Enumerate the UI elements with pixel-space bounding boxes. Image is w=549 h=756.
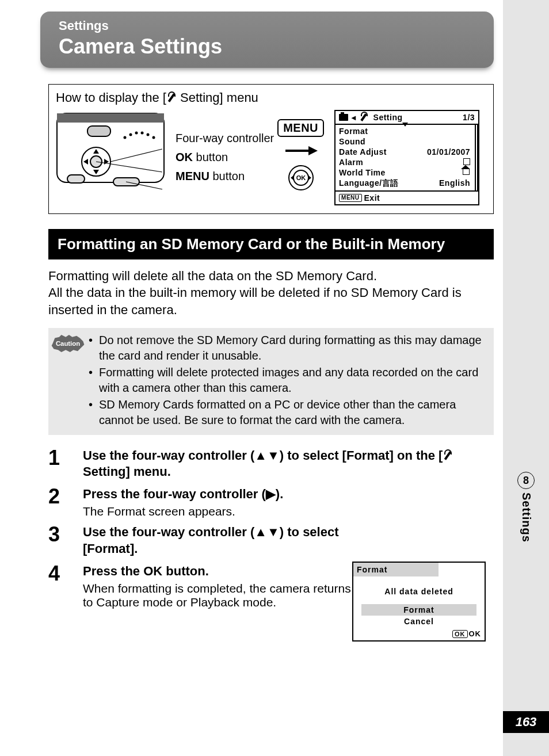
lcd-row-label: Language/言語: [339, 178, 399, 189]
lcd-row: Alarm: [339, 157, 474, 167]
svg-point-8: [152, 136, 155, 139]
menu-mini-icon: MENU: [339, 194, 361, 202]
lcd-row-label: Format: [339, 127, 368, 136]
ok-dial-text: OK: [296, 174, 306, 181]
lcd-row-value: [424, 137, 470, 146]
lcd-row-label: World Time: [339, 168, 386, 177]
step-number: 2: [48, 486, 68, 507]
lcd-row-value: 01/01/2007: [424, 147, 470, 156]
svg-marker-21: [308, 146, 318, 155]
caution-badge-icon: Caution: [49, 334, 86, 353]
right-arrow-icon: [284, 145, 318, 156]
nav-arrow-column: MENU OK: [277, 119, 324, 191]
section-heading: Formatting an SD Memory Card or the Buil…: [48, 229, 494, 259]
step: 1 Use the four-way controller (▲▼) to se…: [48, 448, 494, 480]
lcd-page: 1/3: [463, 113, 475, 122]
ok-dial-icon: OK: [288, 165, 314, 191]
step-heading: Use the four-way controller (▲▼) to sele…: [83, 448, 494, 480]
lcd-row-label: Date Adjust: [339, 147, 387, 156]
lcd-wrap: ◂ Setting 1/3 Format Sound Date Adjust01…: [334, 110, 479, 205]
ok-label: OK: [469, 629, 482, 638]
step-subtext: The Format screen appears.: [83, 505, 494, 518]
format-option: Cancel: [353, 616, 485, 627]
svg-rect-15: [67, 175, 85, 183]
label-menu-rest: button: [209, 170, 245, 182]
howto-box: How to display the [ Setting] menu: [48, 84, 494, 214]
right-sidebar-strip: 8 Settings 163: [503, 0, 549, 756]
step-heading: Use the four-way controller (▲▼) to sele…: [83, 524, 353, 557]
svg-rect-1: [57, 113, 164, 123]
lcd-row-value: [424, 168, 470, 177]
step: 2 Press the four-way controller (▶). The…: [48, 486, 494, 519]
format-dialog-message: All data deleted: [353, 576, 485, 604]
wrench-icon: [360, 113, 368, 121]
label-fourway: Four-way controller: [176, 132, 274, 145]
caution-item: Formatting will delete protected images …: [89, 365, 482, 396]
triangle-down-icon: [402, 123, 408, 127]
chapter-number-circle: 8: [517, 472, 535, 489]
lcd-row-label: Sound: [339, 137, 365, 146]
step-number: 1: [48, 448, 68, 468]
format-dialog: Format All data deleted Format Cancel OK…: [352, 562, 486, 642]
lcd-row: World Time: [339, 167, 474, 178]
lcd-row-value: [424, 127, 470, 136]
step-heading: Press the four-way controller (▶).: [83, 486, 494, 503]
camera-icon: [339, 114, 348, 121]
step-number: 4: [48, 563, 68, 584]
svg-point-4: [129, 133, 132, 136]
step: 4 Press the OK button. When formatting i…: [48, 563, 353, 610]
wrench-icon: [166, 93, 177, 103]
lcd-row: Format: [339, 126, 474, 136]
lcd-row-value: English: [424, 178, 470, 189]
lcd-row-label: Alarm: [339, 158, 363, 167]
label-ok-bold: OK: [176, 151, 193, 163]
wrench-icon: [443, 450, 453, 461]
header-category: Settings: [59, 18, 475, 33]
svg-point-6: [141, 132, 144, 135]
camera-labels: Four-way controller OK button MENU butto…: [176, 132, 274, 189]
lcd-list: Format Sound Date Adjust01/01/2007 Alarm…: [336, 125, 478, 190]
step-hd-pre: Use the four-way controller (▲▼) to sele…: [83, 448, 443, 463]
label-ok-button: OK button: [176, 151, 274, 164]
lcd-exit: Exit: [364, 193, 380, 203]
format-dialog-footer: OKOK: [353, 627, 485, 640]
howto-title-post: Setting] menu: [177, 90, 258, 105]
camera-illustration: [56, 109, 165, 201]
label-ok-rest: button: [193, 151, 228, 163]
page-number: 163: [503, 711, 549, 733]
caution-text: Caution: [56, 339, 80, 346]
howto-title-pre: How to display the [: [56, 90, 166, 105]
side-tab: 8 Settings: [503, 472, 549, 543]
svg-rect-2: [87, 126, 110, 136]
step-number: 3: [48, 524, 68, 545]
lcd-row: Language/言語English: [339, 178, 474, 189]
ok-box-icon: OK: [452, 630, 468, 638]
lcd-row: Date Adjust01/01/2007: [339, 147, 474, 157]
svg-point-5: [135, 132, 138, 135]
lcd-footer: MENU Exit: [336, 190, 478, 204]
page-header: Settings Camera Settings: [40, 12, 494, 68]
howto-title: How to display the [ Setting] menu: [56, 90, 486, 105]
lcd-tab-arrow-left: ◂: [352, 113, 356, 122]
caution-item: Do not remove the SD Memory Card during …: [89, 333, 482, 364]
label-menu-button: MENU button: [176, 170, 274, 183]
label-menu-bold: MENU: [176, 170, 209, 182]
step: 3 Use the four-way controller (▲▼) to se…: [48, 524, 353, 557]
caution-item: SD Memory Cards formatted on a PC or dev…: [89, 397, 482, 428]
svg-rect-0: [57, 113, 164, 182]
format-option-selected: Format: [361, 604, 476, 616]
step-subtext: When formatting is completed, the camera…: [83, 582, 353, 609]
header-title: Camera Settings: [59, 35, 475, 59]
lcd-row: Sound: [339, 136, 474, 147]
svg-point-3: [124, 136, 127, 139]
square-icon: [463, 158, 470, 165]
lcd-title: Setting: [373, 113, 403, 122]
chapter-label: Settings: [520, 492, 533, 543]
svg-point-7: [147, 133, 150, 136]
caution-box: Caution Do not remove the SD Memory Card…: [48, 328, 494, 435]
intro-text: Formatting will delete all the data on t…: [48, 268, 494, 319]
menu-button-glyph: MENU: [277, 119, 324, 137]
house-icon: [461, 169, 470, 175]
step-heading: Press the OK button.: [83, 563, 353, 580]
step-hd-post: Setting] menu.: [83, 464, 171, 479]
